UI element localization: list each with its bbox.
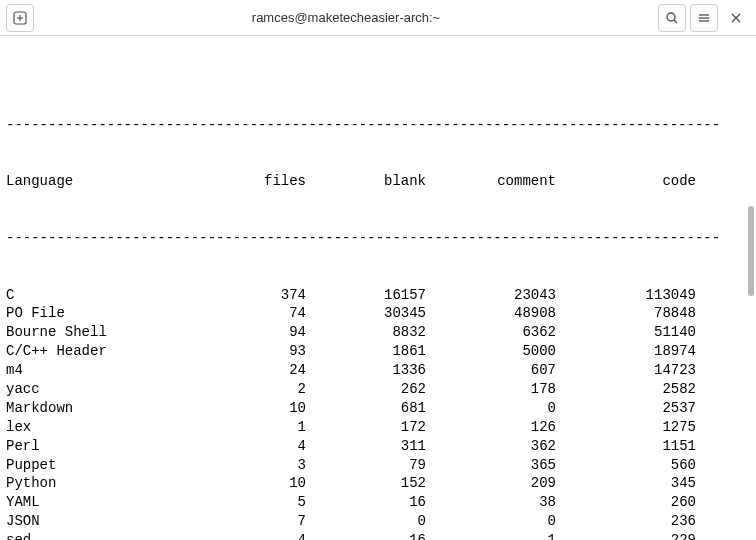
dash-line-top: ----------------------------------------… [6, 116, 750, 135]
cell-language: C [6, 286, 216, 305]
cell-blank: 311 [306, 437, 426, 456]
cell-files: 93 [216, 342, 306, 361]
svg-point-3 [667, 13, 675, 21]
cell-language: C/C++ Header [6, 342, 216, 361]
table-row: YAML51638260 [6, 493, 750, 512]
cell-code: 51140 [556, 323, 696, 342]
new-tab-button[interactable] [6, 4, 34, 32]
table-row: sed4161229 [6, 531, 750, 540]
table-row: C/C++ Header931861500018974 [6, 342, 750, 361]
cell-language: m4 [6, 361, 216, 380]
cell-files: 1 [216, 418, 306, 437]
cell-language: Markdown [6, 399, 216, 418]
terminal-area[interactable]: ----------------------------------------… [0, 36, 756, 540]
cell-files: 5 [216, 493, 306, 512]
cell-comment: 5000 [426, 342, 556, 361]
cell-blank: 262 [306, 380, 426, 399]
header-blank: blank [306, 172, 426, 191]
cell-code: 1151 [556, 437, 696, 456]
cell-language: lex [6, 418, 216, 437]
cell-code: 2537 [556, 399, 696, 418]
cell-blank: 8832 [306, 323, 426, 342]
cell-language: yacc [6, 380, 216, 399]
cell-files: 10 [216, 474, 306, 493]
cell-blank: 16 [306, 531, 426, 540]
cell-comment: 23043 [426, 286, 556, 305]
cell-blank: 1336 [306, 361, 426, 380]
table-row: Markdown1068102537 [6, 399, 750, 418]
cell-comment: 0 [426, 399, 556, 418]
cell-language: PO File [6, 304, 216, 323]
hamburger-icon [697, 11, 711, 25]
cell-code: 78848 [556, 304, 696, 323]
header-language: Language [6, 172, 216, 191]
cell-comment: 178 [426, 380, 556, 399]
cell-blank: 16157 [306, 286, 426, 305]
cell-blank: 30345 [306, 304, 426, 323]
cell-blank: 172 [306, 418, 426, 437]
table-row: PO File74303454890878848 [6, 304, 750, 323]
close-icon [730, 12, 742, 24]
cell-files: 74 [216, 304, 306, 323]
cell-code: 113049 [556, 286, 696, 305]
cell-files: 24 [216, 361, 306, 380]
cell-files: 7 [216, 512, 306, 531]
table-row: yacc22621782582 [6, 380, 750, 399]
scrollbar-track[interactable] [746, 36, 756, 540]
cell-language: JSON [6, 512, 216, 531]
cell-files: 4 [216, 437, 306, 456]
cell-blank: 1861 [306, 342, 426, 361]
cell-comment: 48908 [426, 304, 556, 323]
cell-code: 1275 [556, 418, 696, 437]
titlebar-left [6, 4, 34, 32]
header-comment: comment [426, 172, 556, 191]
cell-language: sed [6, 531, 216, 540]
cell-files: 2 [216, 380, 306, 399]
menu-button[interactable] [690, 4, 718, 32]
search-icon [665, 11, 679, 25]
cell-code: 14723 [556, 361, 696, 380]
table-row: C3741615723043113049 [6, 286, 750, 305]
cell-code: 18974 [556, 342, 696, 361]
cell-language: Bourne Shell [6, 323, 216, 342]
cell-files: 10 [216, 399, 306, 418]
cell-code: 229 [556, 531, 696, 540]
cell-code: 560 [556, 456, 696, 475]
titlebar: ramces@maketecheasier-arch:~ [0, 0, 756, 36]
cell-blank: 681 [306, 399, 426, 418]
cell-files: 94 [216, 323, 306, 342]
cell-blank: 0 [306, 512, 426, 531]
table-row: Puppet379365560 [6, 456, 750, 475]
cell-language: Python [6, 474, 216, 493]
cell-comment: 38 [426, 493, 556, 512]
cell-comment: 126 [426, 418, 556, 437]
cell-code: 345 [556, 474, 696, 493]
cell-files: 374 [216, 286, 306, 305]
cell-comment: 209 [426, 474, 556, 493]
table-row: m424133660714723 [6, 361, 750, 380]
cell-blank: 16 [306, 493, 426, 512]
cell-blank: 152 [306, 474, 426, 493]
search-button[interactable] [658, 4, 686, 32]
window-title: ramces@maketecheasier-arch:~ [34, 10, 658, 25]
table-row: Perl43113621151 [6, 437, 750, 456]
cell-comment: 6362 [426, 323, 556, 342]
plus-box-icon [13, 11, 27, 25]
cell-files: 4 [216, 531, 306, 540]
cell-comment: 0 [426, 512, 556, 531]
cell-comment: 1 [426, 531, 556, 540]
terminal-output: ----------------------------------------… [6, 78, 750, 540]
table-row: Python10152209345 [6, 474, 750, 493]
table-row: lex11721261275 [6, 418, 750, 437]
dash-line-mid: ----------------------------------------… [6, 229, 750, 248]
cell-files: 3 [216, 456, 306, 475]
cell-language: Perl [6, 437, 216, 456]
header-files: files [216, 172, 306, 191]
svg-line-4 [674, 20, 677, 23]
scrollbar-thumb[interactable] [748, 206, 754, 296]
cell-comment: 607 [426, 361, 556, 380]
close-button[interactable] [722, 4, 750, 32]
cell-blank: 79 [306, 456, 426, 475]
table-row: Bourne Shell948832636251140 [6, 323, 750, 342]
cell-code: 260 [556, 493, 696, 512]
